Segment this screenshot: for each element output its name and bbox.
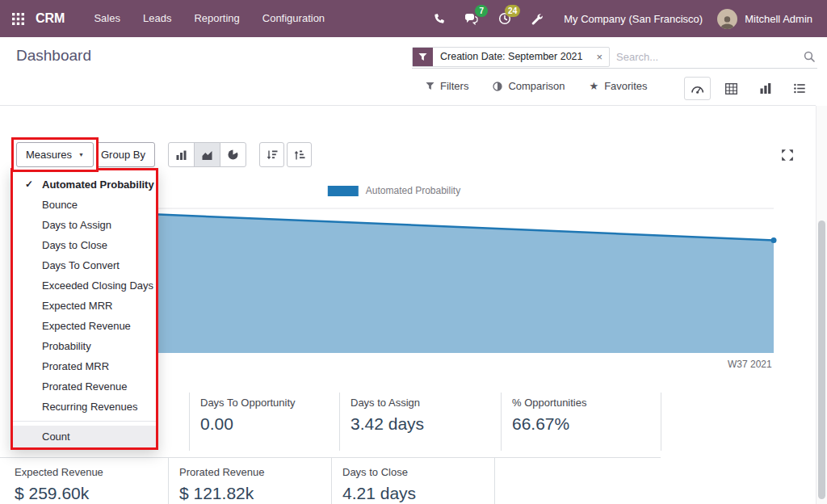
stat-value: 3.42 days	[351, 414, 424, 434]
view-switcher	[684, 77, 812, 100]
measure-item-expected-revenue[interactable]: Expected Revenue	[13, 316, 156, 336]
measure-item-exceeded-closing-days[interactable]: Exceeded Closing Days	[13, 275, 156, 296]
grid-line	[168, 457, 169, 504]
measures-dropdown-annotation: ✓ Automated Probability Bounce Days to A…	[10, 168, 158, 450]
measures-button[interactable]: Measures ▼	[16, 142, 94, 167]
search-facet: Creation Date: September 2021 ×	[412, 47, 610, 67]
user-avatar[interactable]	[717, 9, 737, 29]
user-menu[interactable]: Mitchell Admin	[737, 13, 821, 25]
chart-type-line-button[interactable]	[194, 142, 220, 167]
stat-days-to-opportunity: Days To Opportunity 0.00	[200, 397, 296, 434]
view-list-button[interactable]	[786, 77, 812, 100]
sort-descending-button[interactable]	[259, 142, 284, 167]
measure-item-expected-mrr[interactable]: Expected MRR	[13, 296, 156, 316]
stat-value: $ 121.82k	[179, 484, 265, 503]
grid-line	[494, 457, 495, 504]
bar-chart-icon	[176, 150, 187, 160]
legend-color-swatch	[328, 186, 359, 196]
view-graph-button[interactable]	[752, 77, 779, 100]
menu-reporting[interactable]: Reporting	[183, 0, 250, 37]
debug-tools-icon[interactable]	[521, 0, 552, 37]
stat-label: Prorated Revenue	[179, 466, 265, 478]
facet-remove-icon[interactable]: ×	[590, 48, 610, 66]
filter-facet-icon	[413, 48, 433, 66]
menu-divider	[13, 421, 156, 422]
app-name[interactable]: CRM	[36, 11, 65, 26]
systray: 7 24 My Company (San Francisco) Mitchell…	[423, 0, 827, 37]
stat-value: 0.00	[200, 414, 296, 434]
view-pivot-button[interactable]	[718, 77, 745, 100]
measure-item-probability[interactable]: Probability	[13, 336, 156, 356]
page-title: Dashboard	[16, 47, 91, 65]
pie-chart-icon	[228, 149, 238, 160]
grid-line	[339, 393, 340, 451]
comparison-button[interactable]: Comparison	[493, 80, 565, 92]
stat-value: $ 259.60k	[15, 484, 103, 503]
fullscreen-button[interactable]	[776, 144, 799, 166]
filters-funnel-icon	[426, 82, 434, 90]
apps-grid-icon[interactable]	[0, 0, 36, 37]
menu-configuration[interactable]: Configuration	[251, 0, 336, 37]
measure-item-days-to-close[interactable]: Days to Close	[13, 235, 156, 255]
activities-count-badge: 24	[505, 5, 520, 17]
grid-line	[501, 393, 502, 451]
stat-expected-revenue: Expected Revenue $ 259.60k	[15, 466, 103, 503]
messages-icon[interactable]: 7	[455, 0, 489, 37]
search-bar: Creation Date: September 2021 ×	[412, 45, 817, 69]
expand-arrows-icon	[781, 149, 794, 162]
legend-label: Automated Probability	[366, 185, 460, 196]
menu-leads[interactable]: Leads	[132, 0, 183, 37]
measure-item-prorated-mrr[interactable]: Prorated MRR	[13, 356, 156, 376]
grid-line	[661, 393, 661, 451]
stat-label: Days to Assign	[351, 397, 424, 409]
top-navbar: CRM Sales Leads Reporting Configuration …	[0, 0, 827, 37]
stat-label: Days to Close	[342, 466, 416, 478]
measures-dropdown: ✓ Automated Probability Bounce Days to A…	[13, 170, 156, 447]
messages-count-badge: 7	[475, 5, 488, 17]
stat-value: 4.21 days	[342, 484, 416, 503]
group-by-button[interactable]: Group By	[91, 142, 155, 167]
voip-phone-icon[interactable]	[423, 0, 455, 37]
measure-item-count[interactable]: Count	[13, 426, 156, 447]
stat-days-to-close: Days to Close 4.21 days	[342, 466, 416, 503]
measure-item-days-to-convert[interactable]: Days To Convert	[13, 255, 156, 275]
stat-label: % Opportunities	[512, 397, 587, 409]
grid-line	[331, 457, 332, 504]
sort-desc-icon	[267, 150, 278, 160]
stat-label: Expected Revenue	[15, 466, 103, 478]
view-dashboard-button[interactable]	[684, 77, 711, 100]
favorites-button[interactable]: ★ Favorites	[589, 80, 647, 92]
chevron-down-icon: ▼	[78, 152, 84, 158]
chart-legend: Automated Probability	[328, 185, 460, 196]
search-icon[interactable]	[804, 51, 815, 62]
measure-item-prorated-revenue[interactable]: Prorated Revenue	[13, 376, 156, 397]
grid-line	[189, 393, 190, 451]
search-input[interactable]	[610, 51, 804, 63]
gauge-icon	[691, 83, 704, 94]
filters-button[interactable]: Filters	[426, 80, 468, 92]
measure-item-recurring-revenues[interactable]: Recurring Revenues	[13, 397, 156, 417]
area-chart-icon	[202, 150, 212, 160]
check-icon: ✓	[25, 174, 33, 195]
sort-asc-icon	[294, 150, 305, 160]
search-panel-buttons: Filters Comparison ★ Favorites	[426, 80, 648, 92]
chart-type-group	[168, 142, 246, 167]
list-icon	[794, 83, 805, 94]
menu-sales[interactable]: Sales	[82, 0, 132, 37]
chart-type-bar-button[interactable]	[168, 142, 195, 167]
scrollbar-track[interactable]	[816, 106, 827, 504]
control-panel-divider	[0, 105, 816, 106]
measure-item-bounce[interactable]: Bounce	[13, 195, 156, 215]
activities-clock-icon[interactable]: 24	[489, 0, 521, 37]
company-switcher[interactable]: My Company (San Francisco)	[552, 13, 714, 25]
favorites-star-icon: ★	[589, 81, 598, 91]
chart-type-pie-button[interactable]	[220, 142, 246, 167]
x-axis-tick: W37 2021	[728, 359, 772, 370]
measure-item-days-to-assign[interactable]: Days to Assign	[13, 215, 156, 235]
scrollbar-thumb[interactable]	[818, 220, 825, 499]
measure-item-automated-probability[interactable]: ✓ Automated Probability	[13, 174, 156, 195]
stat-label: Days To Opportunity	[200, 397, 296, 409]
stat-prorated-revenue: Prorated Revenue $ 121.82k	[179, 466, 265, 503]
sort-ascending-button[interactable]	[287, 142, 312, 167]
bar-chart-icon	[760, 83, 771, 94]
